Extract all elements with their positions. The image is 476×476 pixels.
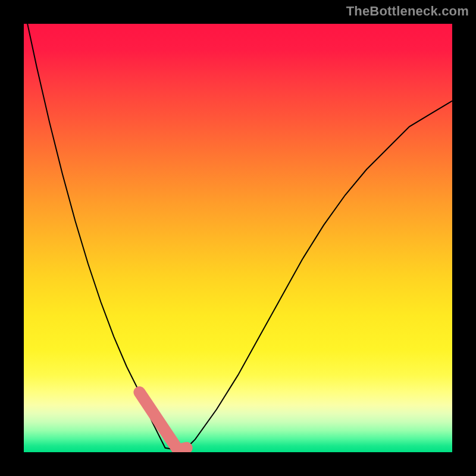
right-curve	[178, 101, 452, 450]
watermark: TheBottleneck.com	[346, 4, 469, 19]
optimum-marker	[139, 392, 186, 450]
left-curve	[24, 24, 178, 450]
curve-layer	[24, 24, 452, 452]
chart-frame: TheBottleneck.com	[0, 0, 476, 476]
plot-area	[24, 24, 452, 452]
